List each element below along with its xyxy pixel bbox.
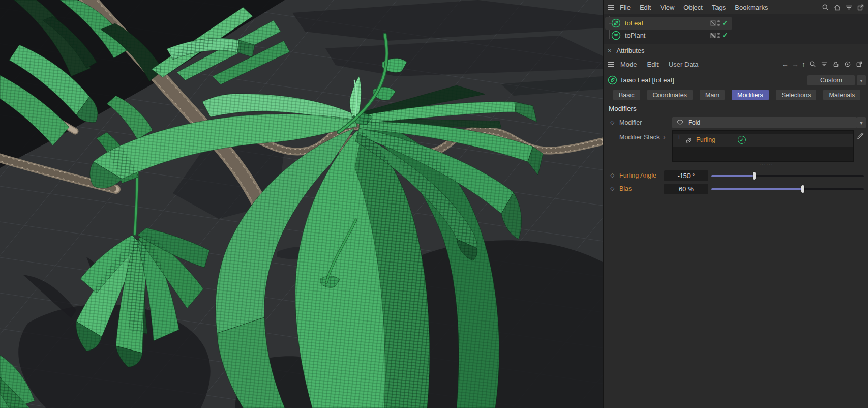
- param-row-furling-angle: ◇ Furling Angle -150 °: [604, 170, 868, 182]
- object-row-toleaf[interactable]: toLeaf ✓: [604, 17, 868, 30]
- filter-icon[interactable]: [820, 60, 829, 69]
- menu-view[interactable]: View: [655, 4, 679, 11]
- popout-icon[interactable]: [856, 3, 865, 12]
- menu-file[interactable]: File: [615, 4, 635, 11]
- attributes-toolbar: ← → ↑: [779, 60, 868, 69]
- menu-tags[interactable]: Tags: [707, 4, 730, 11]
- panel-splitter[interactable]: [672, 166, 865, 166]
- attributes-panel-header: × Attributes: [604, 44, 868, 56]
- menu-mode[interactable]: Mode: [615, 61, 642, 68]
- modifier-row: ◇ Modifier Fold ▾: [604, 117, 868, 129]
- attributes-object-header: Taiao Leaf [toLeaf] Custom ▾: [604, 73, 868, 88]
- selected-object-name: Taiao Leaf [toLeaf]: [620, 76, 674, 84]
- param-label: Furling Angle: [619, 172, 656, 179]
- visibility-dots[interactable]: [717, 20, 720, 27]
- menu-bookmarks[interactable]: Bookmarks: [730, 4, 772, 11]
- search-icon[interactable]: [808, 60, 817, 69]
- enable-toggle[interactable]: [710, 20, 716, 26]
- attributes-tabs: Basic Coordinates Main Modifiers Selecti…: [604, 90, 868, 102]
- chevron-right-icon: ›: [663, 134, 665, 141]
- param-label: Bias: [619, 185, 632, 192]
- tree-corner-glyph: └: [677, 135, 681, 142]
- leaf-object-icon: [608, 75, 617, 85]
- furling-leaf-icon: [685, 137, 692, 144]
- modifier-dropdown[interactable]: Fold: [672, 117, 857, 128]
- edit-pencil-icon[interactable]: [856, 132, 864, 139]
- filter-icon[interactable]: [844, 3, 853, 12]
- keyframe-diamond-icon[interactable]: ◇: [610, 119, 614, 126]
- object-manager-list: toLeaf ✓ toPlant ✓: [604, 14, 868, 44]
- plant-object-icon[interactable]: [611, 31, 621, 40]
- slider-handle[interactable]: [801, 185, 804, 193]
- bias-slider[interactable]: [711, 184, 864, 194]
- menu-object[interactable]: Object: [679, 4, 707, 11]
- object-name[interactable]: toPlant: [625, 32, 645, 39]
- preset-select[interactable]: Custom: [807, 75, 855, 85]
- keyframe-diamond-icon[interactable]: ◇: [610, 185, 614, 192]
- menu-edit[interactable]: Edit: [635, 4, 655, 11]
- furling-angle-field[interactable]: -150 °: [664, 170, 708, 181]
- param-row-bias: ◇ Bias 60 %: [604, 183, 868, 195]
- keyframe-diamond-icon[interactable]: ◇: [610, 172, 614, 179]
- stack-item-furling[interactable]: └ Furling ✓: [673, 134, 853, 147]
- modifier-value: Fold: [688, 119, 700, 126]
- check-icon[interactable]: ✓: [722, 19, 728, 27]
- tab-main[interactable]: Main: [700, 90, 725, 100]
- forward-arrow-icon[interactable]: →: [792, 60, 799, 68]
- slider-handle[interactable]: [753, 172, 756, 180]
- cinema4d-window: File Edit View Object Tags Bookmarks: [0, 0, 868, 408]
- leaf-object-icon[interactable]: [611, 18, 621, 28]
- object-row-toplant[interactable]: toPlant ✓: [604, 30, 868, 42]
- tab-modifiers[interactable]: Modifiers: [732, 90, 769, 100]
- modifier-stack-box[interactable]: └ Furling ✓: [672, 130, 854, 162]
- menu-edit[interactable]: Edit: [642, 61, 664, 68]
- modifier-stack-label[interactable]: Modifier Stack›: [619, 134, 665, 141]
- hamburger-menu-icon[interactable]: [606, 3, 615, 12]
- attributes-menubar: Mode Edit User Data ← → ↑: [604, 57, 868, 71]
- viewport-3d[interactable]: [0, 0, 603, 408]
- enabled-check-icon[interactable]: ✓: [738, 136, 746, 144]
- right-panel: File Edit View Object Tags Bookmarks: [603, 0, 868, 408]
- object-name[interactable]: toLeaf: [625, 19, 643, 27]
- object-manager-menubar: File Edit View Object Tags Bookmarks: [604, 0, 868, 15]
- object-manager-toolbar: [818, 3, 868, 12]
- search-icon[interactable]: [821, 3, 830, 12]
- up-arrow-icon[interactable]: ↑: [802, 60, 805, 68]
- visibility-dots[interactable]: [717, 33, 720, 40]
- back-arrow-icon[interactable]: ←: [782, 60, 789, 68]
- furling-angle-slider[interactable]: [711, 171, 864, 181]
- target-icon[interactable]: [843, 60, 852, 69]
- attributes-title: Attributes: [617, 47, 645, 54]
- modifier-label: Modifier: [619, 119, 642, 126]
- modifier-dropdown-arrow[interactable]: ▾: [857, 117, 866, 128]
- fold-icon: [676, 119, 684, 127]
- preset-dropdown-arrow[interactable]: ▾: [857, 75, 866, 85]
- lock-icon[interactable]: [831, 60, 841, 69]
- menu-user-data[interactable]: User Data: [664, 61, 704, 68]
- home-icon[interactable]: [832, 3, 842, 12]
- tab-materials[interactable]: Materials: [823, 90, 860, 100]
- hamburger-menu-icon[interactable]: [606, 60, 615, 69]
- close-icon[interactable]: ×: [608, 47, 612, 54]
- enable-toggle[interactable]: [710, 33, 716, 38]
- modifiers-section-title[interactable]: Modifiers: [609, 105, 637, 112]
- tab-selections[interactable]: Selections: [776, 90, 817, 100]
- popout-icon[interactable]: [855, 60, 864, 69]
- stack-item-name: Furling: [696, 136, 715, 143]
- tab-basic[interactable]: Basic: [613, 90, 640, 100]
- tab-coordinates[interactable]: Coordinates: [647, 90, 693, 100]
- bias-field[interactable]: 60 %: [664, 184, 708, 194]
- check-icon[interactable]: ✓: [722, 31, 728, 39]
